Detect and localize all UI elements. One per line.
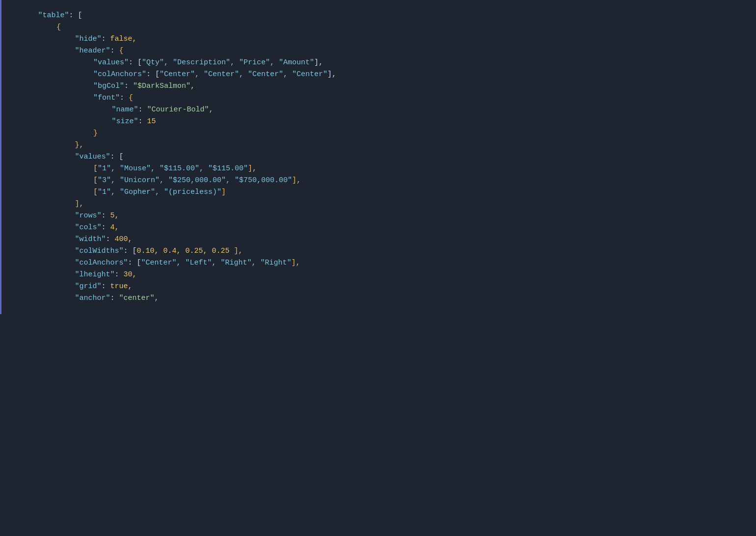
code-line: "bgCol": "$DarkSalmon",	[20, 80, 746, 92]
code-line: "name": "Courier-Bold",	[20, 104, 746, 116]
code-line: "font": {	[20, 92, 746, 104]
code-line: ],	[20, 198, 746, 210]
token-array-string: "Center", "Center", "Center", "Center"	[160, 69, 327, 80]
token-punctuation: : [	[110, 151, 124, 163]
code-line: {	[20, 22, 746, 33]
token-punctuation: :	[138, 104, 147, 116]
token-key: "grid"	[75, 281, 102, 293]
token-number: 30,	[124, 269, 137, 281]
code-line: }	[20, 128, 746, 139]
code-line: "cols": 4,	[20, 222, 746, 234]
token-key: "rows"	[75, 210, 102, 222]
token-key: "hide"	[75, 33, 102, 45]
token-punctuation: :	[102, 281, 110, 293]
token-punctuation: :	[110, 293, 119, 304]
token-punctuation: ],	[314, 57, 323, 69]
token-key: "cols"	[75, 222, 102, 234]
token-string-value: "Courier-Bold",	[147, 104, 214, 116]
code-line: "colAnchors": ["Center", "Center", "Cent…	[20, 69, 746, 80]
token-punctuation: ],	[327, 69, 336, 80]
token-key: "size"	[112, 116, 138, 128]
token-bool-true: true,	[110, 281, 133, 293]
token-number: 5,	[110, 210, 119, 222]
token-key: "name"	[112, 104, 138, 116]
code-editor: "table": [{"hide": false,"header": {"val…	[0, 0, 756, 314]
token-array-string: "3", "Unicorn", "$250,000.00", "$750,000…	[98, 175, 292, 187]
token-key: "anchor"	[75, 293, 110, 304]
token-bracket: ],	[75, 198, 84, 210]
code-line: "lheight": 30,	[20, 269, 746, 281]
token-punctuation: : [	[69, 10, 82, 22]
token-key: "font"	[93, 92, 120, 104]
token-brace: }	[93, 128, 98, 139]
token-key: "lheight"	[75, 269, 115, 281]
token-key: "colWidths"	[75, 245, 124, 257]
token-key: "values"	[75, 151, 110, 163]
token-array-string: "1", "Gopher", "(priceless)"	[98, 187, 221, 198]
code-line: },	[20, 139, 746, 151]
token-string-value: "center",	[119, 293, 159, 304]
token-brace: },	[75, 139, 84, 151]
code-line: "table": [	[20, 10, 746, 22]
token-key: "width"	[75, 234, 106, 245]
token-bracket: ],	[234, 245, 243, 257]
code-line: ["1", "Gopher", "(priceless)"]	[20, 187, 746, 198]
token-punctuation: :	[115, 269, 124, 281]
code-line: "grid": true,	[20, 281, 746, 293]
code-line: "values": ["Qty", "Description", "Price"…	[20, 57, 746, 69]
token-key: "bgCol"	[93, 80, 124, 92]
token-array-string: "Qty", "Description", "Price", "Amount"	[142, 57, 314, 69]
token-bool-false: false,	[110, 33, 137, 45]
code-line: "anchor": "center",	[20, 293, 746, 304]
token-key: "header"	[75, 45, 110, 57]
code-line: ["3", "Unicorn", "$250,000.00", "$750,00…	[20, 175, 746, 187]
token-punctuation: :	[102, 222, 110, 234]
token-bracket: [	[93, 175, 98, 187]
code-line: "values": [	[20, 151, 746, 163]
token-punctuation: :	[102, 33, 110, 45]
code-line: "colWidths": [0.10, 0.4, 0.25, 0.25 ],	[20, 245, 746, 257]
token-punctuation: : [	[129, 57, 142, 69]
token-bracket: ],	[292, 175, 301, 187]
token-bracket: ]	[221, 187, 226, 198]
token-punctuation: :	[124, 80, 133, 92]
token-punctuation: : [	[124, 245, 137, 257]
token-bracket: [	[93, 187, 98, 198]
token-bracket: [	[93, 163, 98, 175]
token-array-string: "Center", "Left", "Right", "Right"	[141, 257, 292, 269]
token-brace: {	[56, 22, 61, 33]
token-punctuation: :	[106, 234, 115, 245]
token-number: 0.10, 0.4, 0.25, 0.25	[137, 245, 234, 257]
code-line: ["1", "Mouse", "$115.00", "$115.00"],	[20, 163, 746, 175]
token-array-string: "1", "Mouse", "$115.00", "$115.00"	[98, 163, 248, 175]
code-line: "rows": 5,	[20, 210, 746, 222]
token-key: "colAnchors"	[93, 69, 146, 80]
token-punctuation: : [	[146, 69, 160, 80]
token-number: 400,	[115, 234, 133, 245]
token-string-value: "$DarkSalmon",	[133, 80, 195, 92]
token-key: "colAnchors"	[75, 257, 128, 269]
token-bracket: ],	[248, 163, 257, 175]
token-punctuation: :	[110, 45, 119, 57]
token-key: "table"	[38, 10, 69, 22]
token-key: "values"	[93, 57, 129, 69]
token-punctuation: :	[138, 116, 147, 128]
token-number: 4,	[110, 222, 119, 234]
token-punctuation: :	[120, 92, 129, 104]
code-line: "colAnchors": ["Center", "Left", "Right"…	[20, 257, 746, 269]
token-punctuation: :	[102, 210, 110, 222]
token-punctuation: : [	[128, 257, 141, 269]
token-brace: {	[119, 45, 124, 57]
code-line: "size": 15	[20, 116, 746, 128]
token-number: 15	[147, 116, 156, 128]
code-line: "header": {	[20, 45, 746, 57]
code-line: "hide": false,	[20, 33, 746, 45]
token-bracket: ],	[292, 257, 300, 269]
code-line: "width": 400,	[20, 234, 746, 245]
token-brace: {	[129, 92, 133, 104]
